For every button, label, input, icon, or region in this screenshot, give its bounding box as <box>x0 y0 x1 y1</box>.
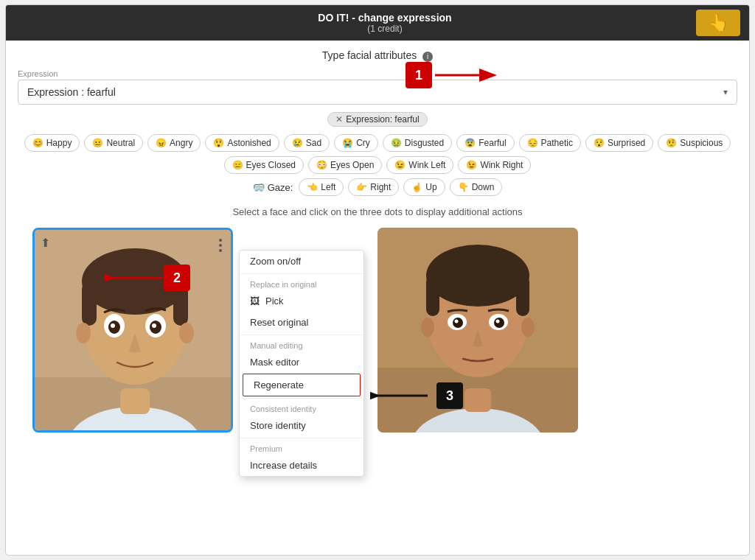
app-container: DO IT! - change expression (1 credit) 👆 … <box>5 4 750 556</box>
glasses-icon: 🥽 <box>253 182 265 193</box>
active-tags-area: ✕ Expression: fearful <box>18 112 737 134</box>
svg-rect-5 <box>120 388 150 414</box>
hand-icon: 👆 <box>709 13 728 32</box>
svg-point-16 <box>76 323 91 343</box>
face-image-2 <box>378 228 578 433</box>
faces-area: 2 <box>18 228 737 433</box>
chip-surprised[interactable]: 😯Surprised <box>585 134 653 152</box>
emotion-chips-row1: 😊Happy😐Neutral😠Angry😲Astonished😢Sad😭Cry🤢… <box>18 134 737 152</box>
gaze-up[interactable]: ☝Up <box>403 178 445 196</box>
ctx-divider-3 <box>240 398 363 399</box>
ctx-store[interactable]: Store identity <box>240 415 363 436</box>
emotion-chips-row2: 😑Eyes Closed😳Eyes Open😉Wink Left😉Wink Ri… <box>18 156 737 174</box>
ctx-divider-1 <box>240 273 363 274</box>
ctx-section-manual: Manual editing <box>240 337 363 351</box>
svg-rect-24 <box>426 276 439 316</box>
ctx-regenerate[interactable]: Regenerate <box>243 374 361 396</box>
chevron-down-icon: ▾ <box>723 87 728 97</box>
ctx-section-premium: Premium <box>240 440 363 455</box>
ctx-increase-label: Increase details <box>250 460 317 471</box>
face-images: 2 <box>18 228 737 433</box>
svg-point-7 <box>82 248 188 315</box>
dot-3 <box>219 249 222 252</box>
chip-cry[interactable]: 😭Cry <box>334 134 378 152</box>
gaze-row: 🥽 Gaze: 👈Left👉Right☝Up👇Down <box>18 178 737 196</box>
svg-point-32 <box>421 318 434 337</box>
topbar-main-title: DO IT! - change expression <box>74 12 696 24</box>
gaze-down[interactable]: 👇Down <box>450 178 503 196</box>
svg-rect-8 <box>82 281 97 326</box>
ctx-mask[interactable]: Mask editor <box>240 351 363 373</box>
top-bar-title: DO IT! - change expression (1 credit) <box>74 12 696 34</box>
top-bar: DO IT! - change expression (1 credit) 👆 <box>6 5 749 41</box>
svg-rect-21 <box>465 388 491 412</box>
ctx-zoom-label: Zoom on/off <box>250 256 301 267</box>
info-icon[interactable]: i <box>422 52 433 62</box>
tag-close-icon[interactable]: ✕ <box>335 114 343 125</box>
ctx-mask-label: Mask editor <box>250 357 299 368</box>
chip-astonished[interactable]: 😲Astonished <box>205 134 279 152</box>
ctx-regenerate-label: Regenerate <box>254 379 304 391</box>
expression-select[interactable]: Expression : fearful ▾ <box>18 80 737 105</box>
chip-disgusted[interactable]: 🤢Disgusted <box>383 134 452 152</box>
ctx-section-identity: Consistent identity <box>240 400 363 415</box>
svg-point-14 <box>111 323 115 328</box>
gaze-label: 🥽 Gaze: <box>253 182 293 193</box>
chip-angry[interactable]: 😠Angry <box>147 134 201 152</box>
svg-point-31 <box>496 320 500 323</box>
section-title: Type facial attributes i <box>18 49 737 62</box>
chip-eyes-closed[interactable]: 😑Eyes Closed <box>224 156 304 174</box>
dot-1 <box>219 239 222 242</box>
expression-label: Expression <box>18 69 737 78</box>
face-image-1 <box>35 230 231 430</box>
ctx-reset[interactable]: Reset original <box>240 312 363 333</box>
ctx-zoom[interactable]: Zoom on/off <box>240 251 363 272</box>
active-expression-tag[interactable]: ✕ Expression: fearful <box>327 112 427 127</box>
svg-point-15 <box>152 323 156 328</box>
tag-label: Expression: fearful <box>346 114 419 125</box>
svg-rect-25 <box>516 276 529 316</box>
face-card-1[interactable]: ⬆ <box>32 228 233 433</box>
ctx-pick[interactable]: 🖼 Pick <box>240 290 363 312</box>
svg-point-29 <box>494 318 504 328</box>
svg-point-30 <box>455 320 459 323</box>
gaze-chips: 👈Left👉Right☝Up👇Down <box>299 178 502 196</box>
svg-rect-9 <box>173 281 188 326</box>
svg-point-28 <box>453 318 463 328</box>
pick-icon: 🖼 <box>250 295 260 307</box>
face-svg-1 <box>35 230 231 430</box>
expression-value: Expression : fearful <box>27 86 116 98</box>
chip-sad[interactable]: 😢Sad <box>284 134 330 152</box>
gaze-left[interactable]: 👈Left <box>299 178 344 196</box>
dot-2 <box>219 244 222 247</box>
do-it-button[interactable]: 👆 <box>696 10 740 36</box>
ctx-divider-4 <box>240 438 363 438</box>
svg-point-33 <box>521 318 535 337</box>
instruction-text: Select a face and click on the three dot… <box>18 206 737 217</box>
chip-suspicious[interactable]: 🤨Suspicious <box>658 134 731 152</box>
chip-wink-right[interactable]: 😉Wink Right <box>458 156 531 174</box>
chip-wink-left[interactable]: 😉Wink Left <box>386 156 453 174</box>
chip-fearful[interactable]: 😨Fearful <box>456 134 514 152</box>
svg-point-23 <box>426 245 529 307</box>
ctx-divider-2 <box>240 335 363 335</box>
ctx-pick-label: Pick <box>265 295 284 307</box>
chip-pathetic[interactable]: 😔Pathetic <box>519 134 581 152</box>
ctx-section-replace: Replace in original <box>240 276 363 290</box>
upload-icon: ⬆ <box>41 236 50 250</box>
main-content: Type facial attributes i Expression Expr… <box>6 41 749 555</box>
face-dots-button[interactable] <box>216 236 225 255</box>
svg-point-17 <box>179 323 194 343</box>
chip-happy[interactable]: 😊Happy <box>24 134 80 152</box>
ctx-increase[interactable]: Increase details <box>240 455 363 476</box>
face-svg-2 <box>378 228 578 433</box>
chip-eyes-open[interactable]: 😳Eyes Open <box>308 156 382 174</box>
chip-neutral[interactable]: 😐Neutral <box>84 134 143 152</box>
gaze-right[interactable]: 👉Right <box>348 178 399 196</box>
context-menu: Zoom on/off Replace in original 🖼 Pick R… <box>239 250 364 477</box>
topbar-subtitle: (1 credit) <box>74 24 696 34</box>
ctx-store-label: Store identity <box>250 420 306 431</box>
face-card-2[interactable] <box>378 228 578 433</box>
ctx-reset-label: Reset original <box>250 317 309 328</box>
